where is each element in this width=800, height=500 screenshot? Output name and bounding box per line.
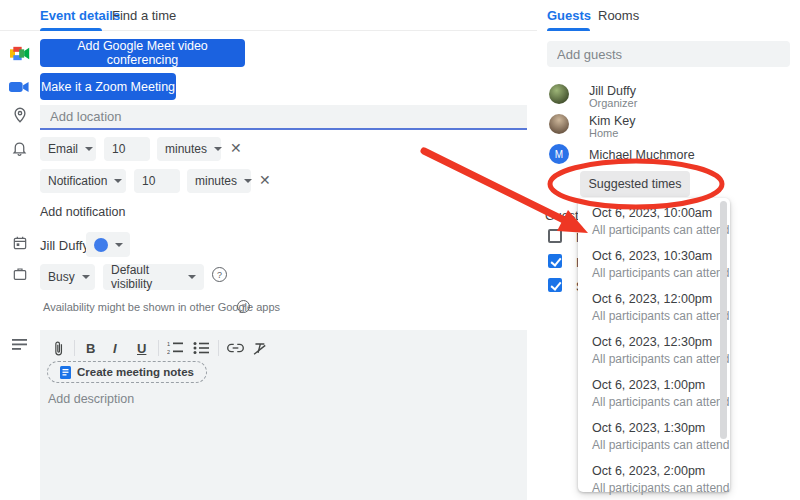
svg-text:2: 2 <box>167 349 170 355</box>
notify-method-select[interactable]: Email <box>40 137 96 161</box>
create-meeting-notes-button[interactable]: Create meeting notes <box>47 361 207 383</box>
add-google-meet-button[interactable]: Add Google Meet video conferencing <box>40 39 245 67</box>
tab-find-a-time[interactable]: Find a time <box>112 8 176 23</box>
notify-unit-select[interactable]: minutes <box>157 137 221 161</box>
italic-icon[interactable]: I <box>113 339 117 357</box>
avatar <box>549 114 569 134</box>
notification-bell-icon <box>11 139 28 157</box>
numbered-list-icon[interactable]: 1 2 <box>167 339 183 357</box>
guest-name: Kim Key <box>589 114 636 128</box>
suggested-time-option[interactable]: Oct 6, 2023, 12:00pm All participants ca… <box>592 292 706 323</box>
event-editor: Event details Find a time Add Google Mee… <box>0 0 800 500</box>
suggested-time-option[interactable]: Oct 6, 2023, 12:30pm All participants ca… <box>592 335 706 366</box>
clear-formatting-icon[interactable] <box>251 339 267 357</box>
visibility-value: Default visibility <box>111 263 181 291</box>
chevron-down-icon <box>214 147 222 151</box>
chevron-down-icon <box>114 179 122 183</box>
calendar-icon <box>12 235 28 251</box>
notify-unit-value-2: minutes <box>195 174 237 188</box>
remove-notification-icon[interactable]: ✕ <box>230 141 242 155</box>
attachment-icon[interactable] <box>52 339 66 357</box>
svg-text:1: 1 <box>167 341 170 347</box>
guest-name: Jill Duffy <box>589 84 636 98</box>
chevron-down-icon <box>244 179 252 183</box>
make-zoom-meeting-button[interactable]: Make it a Zoom Meeting <box>40 73 176 100</box>
notify-method-value-2: Notification <box>48 174 107 188</box>
toolbar-divider <box>158 340 159 356</box>
notify-value: 10 <box>112 142 125 156</box>
help-icon[interactable]: ? <box>212 267 227 282</box>
add-guests-input[interactable] <box>547 41 790 67</box>
suggested-time-option[interactable]: Oct 6, 2023, 10:00am All participants ca… <box>592 206 706 237</box>
suggested-times-button[interactable]: Suggested times <box>580 171 690 197</box>
tab-event-details-underline <box>40 28 102 31</box>
bulleted-list-icon[interactable] <box>193 339 209 357</box>
add-notification-link[interactable]: Add notification <box>40 205 125 219</box>
guest-name: Michael Muchmore <box>589 148 695 162</box>
location-pin-icon <box>11 106 29 124</box>
zoom-icon <box>9 80 29 94</box>
event-color-select[interactable] <box>86 232 130 257</box>
insert-link-icon[interactable] <box>227 339 244 357</box>
notify-unit-value: minutes <box>165 142 207 156</box>
notify-value-input-2[interactable]: 10 <box>134 169 180 193</box>
event-color-swatch <box>94 238 108 252</box>
suggested-time-option[interactable]: Oct 6, 2023, 2:00pm All participants can… <box>592 464 706 495</box>
visibility-select[interactable]: Default visibility <box>103 264 204 290</box>
bold-icon[interactable]: B <box>86 339 95 357</box>
tab-event-details[interactable]: Event details <box>40 8 120 23</box>
underline-icon[interactable]: U <box>137 339 146 357</box>
help-icon-small[interactable]: ? <box>237 300 250 313</box>
guest-detail: Home <box>589 127 618 139</box>
guest-detail: Organizer <box>589 97 637 109</box>
checkbox-invite-others[interactable] <box>548 254 562 268</box>
notify-unit-select-2[interactable]: minutes <box>187 169 251 193</box>
briefcase-icon <box>12 266 28 282</box>
toolbar-divider <box>74 340 75 356</box>
tab-guests-underline <box>547 28 590 31</box>
chevron-down-icon <box>85 147 93 151</box>
avatar <box>549 84 569 104</box>
notify-method-value: Email <box>48 142 78 156</box>
chevron-down-icon <box>82 275 90 279</box>
dropdown-scrollbar[interactable] <box>720 201 727 439</box>
notify-value-2: 10 <box>142 174 155 188</box>
description-icon <box>12 338 28 351</box>
busy-select[interactable]: Busy <box>40 264 95 290</box>
toolbar-divider <box>218 340 219 356</box>
google-meet-icon <box>10 45 30 62</box>
create-meeting-notes-label: Create meeting notes <box>77 366 194 378</box>
chevron-down-icon <box>115 243 123 247</box>
avatar: M <box>549 144 569 164</box>
description-placeholder[interactable]: Add description <box>48 392 134 406</box>
busy-value: Busy <box>48 270 75 284</box>
suggested-times-dropdown: Oct 6, 2023, 10:00am All participants ca… <box>578 198 730 492</box>
checkbox-see-guest-list[interactable] <box>548 278 562 292</box>
docs-icon <box>60 366 71 379</box>
location-input[interactable] <box>40 105 527 130</box>
checkbox-modify-event[interactable] <box>548 229 562 243</box>
notify-value-input[interactable]: 10 <box>104 137 150 161</box>
remove-notification-icon-2[interactable]: ✕ <box>259 173 271 187</box>
suggested-time-option[interactable]: Oct 6, 2023, 10:30am All participants ca… <box>592 249 706 280</box>
notify-method-select-2[interactable]: Notification <box>40 169 126 193</box>
chevron-down-icon <box>188 275 196 279</box>
calendar-owner-label: Jill Duffy <box>40 238 89 253</box>
tab-rooms[interactable]: Rooms <box>598 8 639 23</box>
suggested-time-option[interactable]: Oct 6, 2023, 1:00pm All participants can… <box>592 378 706 409</box>
suggested-time-option[interactable]: Oct 6, 2023, 1:30pm All participants can… <box>592 421 706 452</box>
tab-guests[interactable]: Guests <box>547 8 591 23</box>
